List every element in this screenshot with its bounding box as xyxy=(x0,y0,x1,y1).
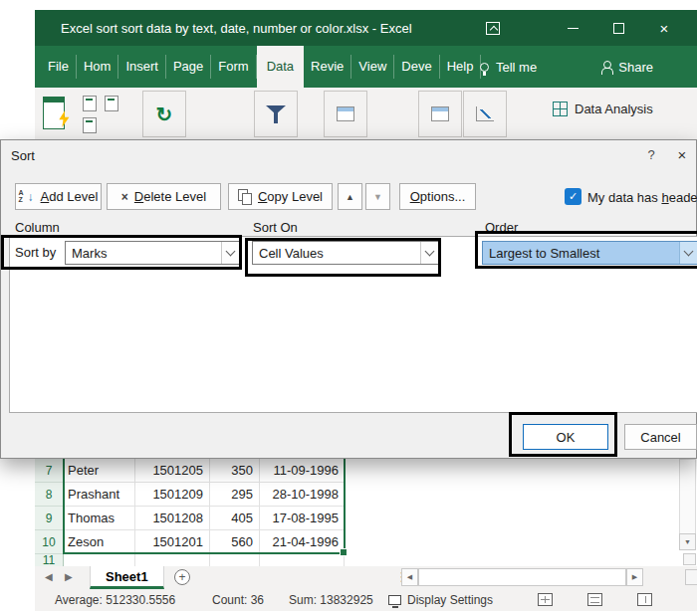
cell-id[interactable]: 1501209 xyxy=(135,483,210,507)
sort-on-value: Cell Values xyxy=(253,242,420,264)
copy-level-button[interactable]: Copy Level xyxy=(228,183,333,210)
sort-by-column-dropdown[interactable]: Marks xyxy=(65,241,240,265)
sort-on-dropdown[interactable]: Cell Values xyxy=(252,241,439,265)
row-header[interactable]: 8 xyxy=(35,483,64,507)
column-group-label: Column xyxy=(15,220,60,235)
refresh-all-button[interactable]: ↻ xyxy=(142,91,186,137)
share-button[interactable]: Share xyxy=(600,46,653,88)
tab-review[interactable]: Revie xyxy=(304,55,351,79)
display-settings-icon xyxy=(388,595,401,605)
cell-empty[interactable] xyxy=(260,554,345,566)
options-label: Options... xyxy=(410,189,466,204)
new-sheet-button[interactable]: + xyxy=(174,569,190,585)
cell-name[interactable]: Zeson xyxy=(64,530,135,554)
cell-empty[interactable] xyxy=(135,554,210,566)
move-level-down-button[interactable]: ▼ xyxy=(365,183,390,210)
add-level-icon: AZ↓ xyxy=(19,189,35,205)
what-if-analysis-button[interactable] xyxy=(418,91,462,137)
forecast-sheet-button[interactable] xyxy=(463,91,507,137)
tab-formulas[interactable]: Form xyxy=(211,55,256,79)
sheet-tab-sheet1[interactable]: Sheet1 xyxy=(90,566,164,589)
tab-help[interactable]: Help xyxy=(440,55,482,79)
query-icon[interactable] xyxy=(105,96,118,111)
tab-data[interactable]: Data xyxy=(257,46,304,88)
cell-date[interactable]: 11-09-1996 xyxy=(260,459,345,483)
cell-name[interactable]: Peter xyxy=(64,459,135,483)
table-row: Prashant 1501209 295 28-10-1998 xyxy=(64,483,345,507)
dialog-help-button[interactable]: ? xyxy=(641,147,661,162)
dropdown-arrow-button[interactable] xyxy=(221,242,239,264)
ok-button[interactable]: OK xyxy=(523,424,608,450)
cell-date[interactable]: 17-08-1995 xyxy=(260,507,345,530)
cell-id[interactable]: 1501205 xyxy=(135,459,210,483)
cell-id[interactable]: 1501208 xyxy=(135,507,210,530)
scroll-down-icon: ▼ xyxy=(684,538,691,545)
tab-view[interactable]: View xyxy=(351,55,394,79)
what-if-icon xyxy=(431,106,449,121)
scroll-down-button[interactable]: ▼ xyxy=(679,533,696,550)
cell-marks[interactable]: 560 xyxy=(210,530,260,554)
cell-name[interactable]: Prashant xyxy=(64,483,135,507)
table-row: Thomas 1501208 405 17-08-1995 xyxy=(64,507,345,530)
page-break-view-button[interactable] xyxy=(637,593,652,606)
person-icon xyxy=(600,61,612,74)
row-header[interactable]: 9 xyxy=(35,507,64,530)
tab-home[interactable]: Hom xyxy=(77,55,118,79)
cell-marks[interactable]: 295 xyxy=(210,483,260,507)
cell-date[interactable]: 21-04-1996 xyxy=(260,530,345,554)
close-window-button[interactable]: × xyxy=(647,10,681,46)
arrow-up-icon: ▲ xyxy=(346,192,354,202)
copy-level-icon xyxy=(238,189,252,204)
dialog-close-button[interactable]: × xyxy=(672,146,692,163)
tab-insert[interactable]: Insert xyxy=(118,55,166,79)
row-header[interactable]: 10 xyxy=(35,530,64,554)
tab-page-layout[interactable]: Page xyxy=(166,55,211,79)
data-tools-button[interactable] xyxy=(324,91,367,137)
tab-file[interactable]: File xyxy=(41,55,77,79)
page-layout-view-button[interactable] xyxy=(587,593,602,606)
cell-date[interactable]: 28-10-1998 xyxy=(260,483,345,507)
cell-empty[interactable] xyxy=(210,554,260,566)
add-level-button[interactable]: AZ↓ Add Level xyxy=(15,183,102,210)
sort-dialog: Sort ? × AZ↓ Add Level × Delete Level Co… xyxy=(0,139,697,459)
get-data-icon[interactable] xyxy=(43,95,69,126)
cell-marks[interactable]: 350 xyxy=(210,459,260,483)
hscroll-right-button[interactable]: ▶ xyxy=(626,568,643,586)
tell-me-button[interactable]: Tell me xyxy=(480,46,537,88)
cell-name[interactable]: Thomas xyxy=(64,507,135,530)
ribbon-display-options-button[interactable] xyxy=(476,10,510,46)
data-analysis-icon xyxy=(553,102,568,116)
order-dropdown[interactable]: Largest to Smallest xyxy=(482,241,697,265)
scrollbar-resize-grip[interactable] xyxy=(685,569,697,585)
delete-level-button[interactable]: × Delete Level xyxy=(107,183,221,210)
sheet-nav-left-icon[interactable]: ◀ xyxy=(45,571,53,582)
dialog-title: Sort xyxy=(11,148,35,163)
minimize-button[interactable] xyxy=(556,10,589,46)
refresh-icon: ↻ xyxy=(156,104,173,124)
my-data-has-headers-checkbox[interactable]: ✓ xyxy=(565,188,581,205)
row-header[interactable]: 7 xyxy=(35,459,64,483)
sheet-data-grid: Peter 1501205 350 11-09-1996 Prashant 15… xyxy=(64,459,345,566)
sheet-nav-right-icon[interactable]: ▶ xyxy=(65,571,73,582)
query-icon[interactable] xyxy=(83,96,97,111)
normal-view-button[interactable] xyxy=(538,593,553,606)
horizontal-scrollbar[interactable] xyxy=(418,568,626,586)
tab-developer[interactable]: Deve xyxy=(394,55,439,79)
arrow-down-icon: ▼ xyxy=(373,192,382,202)
dropdown-arrow-button[interactable] xyxy=(679,242,697,264)
maximize-button[interactable] xyxy=(601,10,635,46)
hscroll-left-button[interactable]: ◀ xyxy=(401,568,418,586)
filter-button[interactable] xyxy=(254,91,298,137)
cell-empty[interactable] xyxy=(64,554,135,566)
cell-id[interactable]: 1501201 xyxy=(135,530,210,554)
options-button[interactable]: Options... xyxy=(399,183,476,210)
move-level-up-button[interactable]: ▲ xyxy=(338,183,362,210)
display-settings-button[interactable]: Display Settings xyxy=(388,593,493,607)
cancel-button[interactable]: Cancel xyxy=(624,424,697,450)
query-icon[interactable] xyxy=(83,117,97,133)
cell-marks[interactable]: 405 xyxy=(210,507,260,530)
maximize-icon xyxy=(613,23,624,34)
forecast-icon xyxy=(476,106,494,121)
data-analysis-button[interactable]: Data Analysis xyxy=(553,102,653,116)
dropdown-arrow-button[interactable] xyxy=(420,242,438,264)
